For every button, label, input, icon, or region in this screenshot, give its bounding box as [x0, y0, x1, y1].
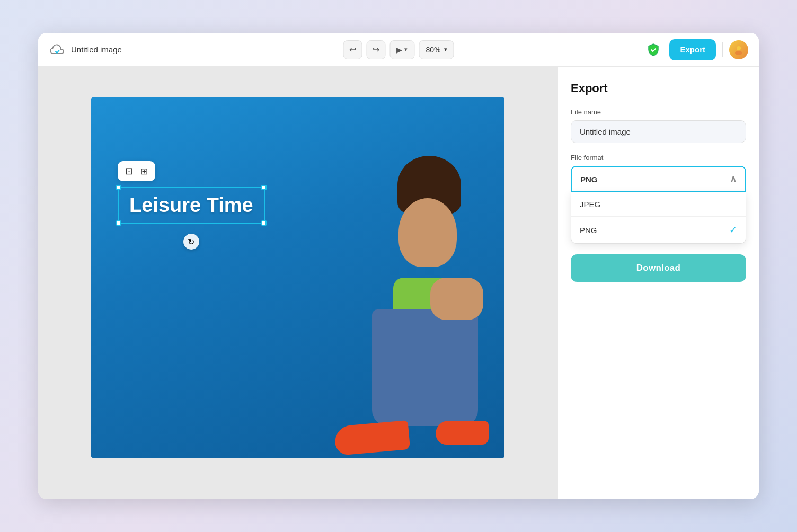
canvas-wrapper: ⊡ ⊞ Leisure Time ↻	[91, 97, 504, 468]
handle-bottom-left[interactable]	[116, 220, 121, 226]
format-dropdown[interactable]: PNG ∧ JPEG PNG ✓	[571, 166, 746, 244]
canvas-text-element[interactable]: Leisure Time	[129, 194, 253, 216]
layout-icon[interactable]: ⊞	[140, 166, 148, 177]
shield-icon	[644, 40, 663, 59]
person-arm	[430, 278, 483, 320]
zoom-value: 80%	[426, 46, 440, 54]
png-check-icon: ✓	[729, 224, 737, 236]
handle-top-right[interactable]	[261, 185, 267, 190]
undo-button[interactable]: ↩	[343, 40, 362, 59]
format-dropdown-header[interactable]: PNG ∧	[571, 166, 746, 192]
crop-icon[interactable]: ⊡	[125, 165, 133, 177]
svg-point-2	[735, 51, 742, 55]
canvas-area[interactable]: ⊡ ⊞ Leisure Time ↻	[38, 67, 557, 499]
format-option-jpeg[interactable]: JPEG	[571, 192, 746, 216]
person-head	[398, 198, 457, 267]
export-panel: Export File name File format PNG ∧ JPEG …	[557, 67, 759, 499]
format-jpeg-label: JPEG	[580, 200, 600, 209]
person-shoe-right	[436, 421, 489, 445]
play-icon: ▶	[396, 46, 402, 54]
main-content: ⊡ ⊞ Leisure Time ↻	[38, 67, 759, 499]
play-button[interactable]: ▶ ▾	[389, 40, 414, 59]
handle-bottom-right[interactable]	[261, 220, 267, 226]
undo-icon: ↩	[349, 45, 356, 55]
chevron-up-icon: ∧	[730, 173, 737, 185]
export-button[interactable]: Export	[669, 39, 716, 60]
text-selection-box[interactable]: Leisure Time ↻	[118, 187, 265, 224]
app-window: Untitled image ↩ ↪ ▶ ▾ 80% ▾	[38, 33, 759, 499]
toolbar-divider	[722, 42, 723, 57]
panel-title: Export	[571, 82, 746, 95]
toolbar-center: ↩ ↪ ▶ ▾ 80% ▾	[343, 40, 454, 59]
file-name-input[interactable]	[571, 120, 746, 143]
selected-format-value: PNG	[580, 175, 598, 184]
text-overlay[interactable]: ⊡ ⊞ Leisure Time ↻	[118, 161, 265, 224]
canvas-image: ⊡ ⊞ Leisure Time ↻	[91, 97, 504, 458]
rotate-handle[interactable]: ↻	[183, 234, 199, 250]
zoom-dropdown-icon: ▾	[444, 46, 447, 53]
toolbar-right: Export	[644, 39, 748, 60]
document-title: Untitled image	[71, 45, 122, 54]
format-dropdown-list: JPEG PNG ✓	[571, 192, 746, 244]
svg-point-1	[737, 46, 741, 50]
play-dropdown-icon: ▾	[404, 46, 408, 53]
format-option-png[interactable]: PNG ✓	[571, 216, 746, 243]
file-format-label: File format	[571, 154, 746, 162]
handle-top-left[interactable]	[116, 185, 121, 190]
cloud-icon	[49, 41, 66, 58]
file-name-label: File name	[571, 108, 746, 116]
person-jeans	[372, 309, 478, 426]
zoom-selector[interactable]: 80% ▾	[419, 40, 454, 59]
toolbar: Untitled image ↩ ↪ ▶ ▾ 80% ▾	[38, 33, 759, 67]
redo-button[interactable]: ↪	[366, 40, 385, 59]
download-button[interactable]: Download	[571, 254, 746, 282]
format-png-label: PNG	[580, 226, 597, 235]
redo-icon: ↪	[373, 45, 379, 55]
text-mini-toolbar: ⊡ ⊞	[118, 161, 155, 181]
user-avatar[interactable]	[729, 40, 748, 59]
